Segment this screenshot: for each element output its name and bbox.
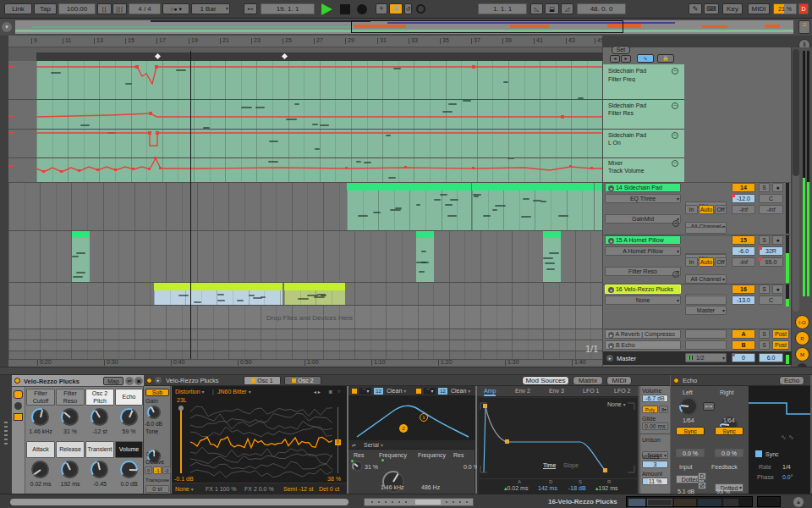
wavetable-list-icon[interactable]: ≣ — [328, 389, 332, 395]
io-section-toggle[interactable]: I-O — [795, 315, 809, 329]
solo-button[interactable]: S — [759, 183, 770, 192]
automation-mode-toggle[interactable]: ∿ — [637, 54, 654, 63]
solo-button[interactable]: S — [759, 340, 770, 350]
time-ruler[interactable]: 0:20 0:30 0:40 0:50 1:00 1:10 1:20 1:30 … — [8, 360, 602, 367]
remove-lane-icon[interactable]: − — [672, 68, 678, 75]
filter1-type-chooser[interactable]: Clean — [387, 388, 406, 394]
fold-status-bar-icon[interactable]: ▲ — [793, 497, 804, 507]
filter-routing-chooser[interactable]: Serial — [364, 442, 383, 448]
volume-field[interactable]: -12.0 — [732, 194, 755, 203]
macro-knob[interactable] — [120, 461, 138, 478]
filter2-handle[interactable]: 2 — [399, 424, 408, 433]
sub-toggle[interactable]: Sub — [145, 389, 169, 396]
filter-routing-icon[interactable]: ⇄ — [352, 442, 356, 448]
env-time-toggle[interactable]: Time — [543, 462, 556, 469]
instrument-rack-device[interactable]: Velo-Rezzo Plucks Map ⇄ ▣ Filter Cutoff … — [12, 375, 144, 494]
track-title[interactable]: ▾ 14 Sidechain Pad — [605, 183, 681, 192]
track-number[interactable]: 14 — [732, 183, 755, 192]
macro-knob[interactable] — [61, 408, 79, 426]
disk-overload-indicator[interactable]: D — [798, 3, 809, 14]
device-chooser[interactable]: None — [605, 295, 681, 305]
track-header-15-a-hornet-pillow[interactable]: ▾ 15 A Hornet Pillow A Hornet Pillow Fil… — [603, 235, 792, 284]
wavetable-device[interactable]: ▸ Velo-Rezzo Plucks Osc 1 Osc 2 Mod Sour… — [144, 375, 670, 494]
device-view-side-strip[interactable] — [0, 375, 12, 494]
filter1-shape-icon[interactable]: ⌒▾ — [359, 388, 371, 395]
osc-fx2-value[interactable]: FX 2 0.0 % — [244, 486, 274, 492]
osc-effect-mode-chooser[interactable]: None — [175, 486, 194, 492]
add-lane-icon[interactable]: + — [672, 271, 679, 278]
amp-envelope-display[interactable]: None Time Slope — [479, 398, 637, 478]
transpose-field[interactable]: 0 st — [145, 485, 169, 493]
echo-left-offset-field[interactable]: 0.0 % — [676, 449, 705, 457]
filter1-slope[interactable]: 12 — [374, 388, 383, 395]
track-title[interactable]: ▾ 15 A Hornet Pillow — [605, 235, 681, 245]
send-a-field[interactable]: -inf — [732, 205, 755, 214]
tab-osc-2[interactable]: Osc 2 — [284, 376, 321, 385]
echo-device[interactable]: Echo Echo Left Right ⟺ 1/64 1/64 Sync Sy… — [671, 375, 810, 494]
arm-button[interactable]: ● — [772, 284, 783, 294]
rack-macro-toggle[interactable] — [14, 390, 23, 399]
returns-section-toggle[interactable]: R — [795, 331, 809, 345]
return-number[interactable]: A — [732, 329, 755, 339]
filter1-handle[interactable]: 1 — [420, 413, 428, 422]
device-chain-extra[interactable] — [757, 496, 781, 507]
echo-title-bar[interactable]: Echo Echo — [671, 375, 810, 386]
playhead[interactable] — [190, 51, 191, 359]
overdub-button[interactable]: + — [376, 3, 387, 14]
clip-sidechain-pad-3[interactable]: Sid — [595, 183, 602, 230]
filter2-shape-icon[interactable]: ⌒▾ — [424, 388, 436, 395]
osc-position-slider[interactable]: 0 — [337, 407, 338, 473]
tab-mod-sources[interactable]: Mod Sources — [522, 376, 569, 385]
track-header-14-sidechain-pad[interactable]: ▾ 14 Sidechain Pad EQ Three GainMid + Al… — [603, 183, 792, 235]
device-chain-minimap[interactable] — [626, 496, 753, 507]
env-attack-value[interactable]: ▴0.02 ms — [504, 485, 528, 492]
echo-rate-value[interactable]: 1/4 — [782, 464, 791, 470]
pre-post-toggle[interactable]: Post — [772, 329, 789, 339]
mixer-section-toggle[interactable]: M — [795, 347, 809, 362]
macro-knob[interactable] — [61, 461, 79, 478]
lane-header-filter-freq[interactable]: Sidechain Pad Filter Freq − — [603, 64, 684, 99]
echo-left-sync-toggle[interactable]: Sync — [676, 427, 705, 435]
solo-button[interactable]: S — [759, 329, 770, 339]
param-chooser[interactable]: GainMid — [605, 214, 681, 224]
quantize-menu[interactable]: 1 Bar — [191, 3, 230, 14]
send-b-field[interactable]: -inf — [759, 205, 783, 214]
arm-button[interactable]: ● — [772, 235, 783, 245]
macro-osc2-pitch[interactable]: Osc 2 Pitch -12 st — [85, 389, 114, 439]
macro-knob[interactable] — [91, 408, 108, 426]
echo-dry-wet-toggle[interactable]: D — [698, 472, 706, 480]
device-on-toggle[interactable] — [673, 378, 679, 384]
wt-glide-field[interactable]: 0.00 ms — [642, 422, 668, 430]
macro-knob[interactable] — [31, 461, 49, 478]
filter2-toggle[interactable] — [416, 389, 421, 394]
return-a-lane[interactable] — [8, 329, 602, 340]
lane-header-track-volume[interactable]: Mixer Track Volume − — [603, 158, 684, 182]
arrangement-position-field[interactable]: 19. 1. 1 — [261, 3, 315, 14]
link-button[interactable]: Link — [4, 3, 32, 14]
lock-envelopes-icon[interactable]: 🔒 — [657, 54, 674, 63]
mod-tab-amp[interactable]: Amp — [484, 388, 496, 396]
tab-osc-1[interactable]: Osc 1 — [244, 376, 281, 385]
wt-poly-voices[interactable]: 8 — [659, 406, 668, 413]
time-signature-field[interactable]: 4 / 4 — [129, 3, 161, 14]
clip-sidechain-pad-1[interactable]: Sidechain Pad — [347, 183, 471, 230]
hot-swap-icon[interactable]: ⇄ — [125, 377, 134, 385]
bar-ruler[interactable]: 9 11 13 15 17 19 21 23 25 27 29 31 33 35… — [8, 36, 602, 47]
remove-lane-icon[interactable]: − — [672, 160, 678, 167]
overview-fold-icon[interactable]: ▼ — [2, 22, 12, 32]
overview-menu-icon[interactable]: ≡ — [798, 20, 810, 34]
filter2-slope[interactable]: 12 — [438, 388, 447, 395]
clip-a-hornet-2[interactable]: A Hor — [416, 231, 434, 282]
punch-out-button[interactable]: ◿ — [561, 3, 573, 14]
master-track-header[interactable]: ▸ Master 1/2 0 6.0 — [603, 351, 792, 365]
device-chooser[interactable]: A Hornet Pillow — [605, 246, 681, 256]
prev-automation-icon[interactable]: ◂ — [610, 55, 620, 63]
mod-tab-lfo1[interactable]: LFO 1 — [583, 388, 599, 394]
remove-lane-icon[interactable]: − — [672, 102, 678, 109]
echo-phase-invert-toggle[interactable]: Ø — [698, 482, 706, 489]
echo-tab[interactable]: Echo — [779, 376, 804, 385]
macro-filter-cutoff[interactable]: Filter Cutoff 1.46 kHz — [26, 389, 55, 439]
rack-title-bar[interactable]: Velo-Rezzo Plucks Map ⇄ ▣ — [12, 375, 144, 387]
master-volume-field[interactable]: 6.0 — [759, 353, 783, 362]
wavetable-table-chooser[interactable]: JN60 Bitter — [217, 389, 251, 395]
